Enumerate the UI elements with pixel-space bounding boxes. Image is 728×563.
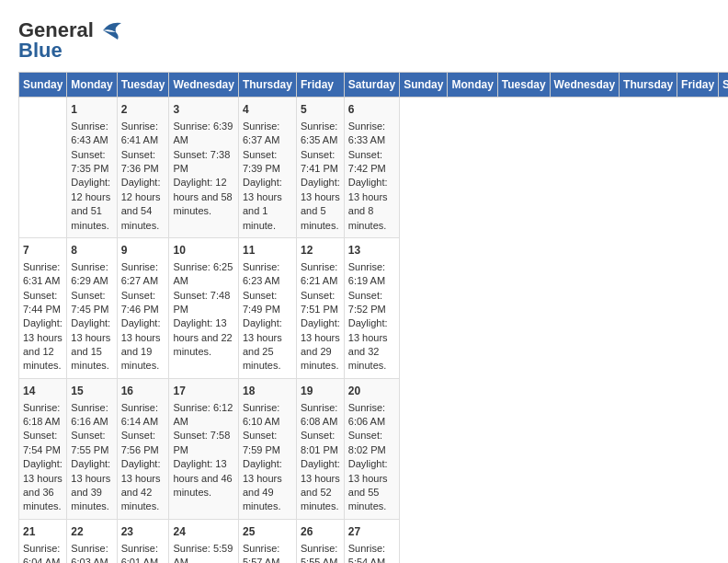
- sunrise-text: Sunrise: 6:37 AM: [243, 121, 279, 145]
- sunset-text: Sunset: 7:44 PM: [23, 290, 61, 315]
- day-number: 17: [173, 384, 233, 399]
- sunrise-text: Sunrise: 6:19 AM: [348, 261, 385, 286]
- day-number: 2: [121, 102, 165, 118]
- daylight-text: Daylight: 13 hours and 8 minutes.: [348, 177, 388, 230]
- calendar-cell: 6Sunrise: 6:33 AMSunset: 7:42 PMDaylight…: [344, 98, 399, 238]
- sunset-text: Sunset: 7:54 PM: [23, 430, 61, 454]
- calendar-table: SundayMondayTuesdayWednesdayThursdayFrid…: [18, 72, 728, 563]
- daylight-text: Daylight: 12 hours and 51 minutes.: [71, 177, 110, 230]
- calendar-cell: 25Sunrise: 5:57 AMSunset: 8:09 PMDayligh…: [238, 519, 296, 563]
- daylight-text: Daylight: 13 hours and 36 minutes.: [23, 458, 63, 511]
- col-header-sunday: Sunday: [400, 73, 448, 98]
- daylight-text: Daylight: 13 hours and 46 minutes.: [173, 458, 232, 498]
- sunrise-text: Sunrise: 6:23 AM: [243, 261, 279, 286]
- day-number: 15: [71, 384, 112, 399]
- sunset-text: Sunset: 8:01 PM: [301, 430, 338, 454]
- daylight-text: Daylight: 13 hours and 5 minutes.: [301, 177, 340, 230]
- sunrise-text: Sunrise: 6:06 AM: [348, 402, 385, 427]
- sunrise-text: Sunrise: 6:39 AM: [173, 121, 233, 145]
- sunset-text: Sunset: 7:45 PM: [71, 290, 108, 315]
- day-number: 5: [301, 102, 340, 118]
- day-number: 27: [348, 524, 395, 540]
- calendar-cell: 1Sunrise: 6:43 AMSunset: 7:35 PMDaylight…: [67, 98, 117, 238]
- daylight-text: Daylight: 13 hours and 29 minutes.: [301, 317, 340, 371]
- day-number: 11: [243, 243, 292, 259]
- sunrise-text: Sunrise: 5:57 AM: [243, 543, 279, 563]
- sunset-text: Sunset: 7:55 PM: [71, 430, 108, 454]
- day-number: 12: [301, 243, 340, 259]
- col-header-thursday: Thursday: [238, 73, 296, 98]
- week-row-4: 21Sunrise: 6:04 AMSunset: 8:04 PMDayligh…: [19, 519, 729, 563]
- day-number: 14: [23, 384, 63, 399]
- col-header-tuesday: Tuesday: [117, 73, 169, 98]
- sunrise-text: Sunrise: 6:21 AM: [301, 261, 337, 286]
- sunset-text: Sunset: 7:59 PM: [243, 430, 280, 454]
- week-row-1: 1Sunrise: 6:43 AMSunset: 7:35 PMDaylight…: [19, 98, 729, 238]
- calendar-cell: 8Sunrise: 6:29 AMSunset: 7:45 PMDaylight…: [67, 237, 117, 378]
- calendar-cell: 3Sunrise: 6:39 AMSunset: 7:38 PMDaylight…: [169, 98, 238, 238]
- day-number: 1: [71, 102, 112, 118]
- day-number: 25: [243, 524, 292, 540]
- sunrise-text: Sunrise: 6:03 AM: [71, 543, 108, 563]
- calendar-cell: 22Sunrise: 6:03 AMSunset: 8:05 PMDayligh…: [67, 519, 117, 563]
- sunset-text: Sunset: 7:46 PM: [121, 290, 159, 315]
- col-header-saturday: Saturday: [344, 73, 399, 98]
- col-header-tuesday: Tuesday: [497, 73, 550, 98]
- sunset-text: Sunset: 7:36 PM: [121, 149, 159, 174]
- sunset-text: Sunset: 7:52 PM: [348, 290, 386, 315]
- daylight-text: Daylight: 13 hours and 39 minutes.: [71, 458, 110, 511]
- calendar-cell: 10Sunrise: 6:25 AMSunset: 7:48 PMDayligh…: [169, 237, 238, 378]
- sunrise-text: Sunrise: 6:33 AM: [348, 121, 385, 145]
- calendar-cell: 15Sunrise: 6:16 AMSunset: 7:55 PMDayligh…: [67, 378, 117, 519]
- calendar-cell: 7Sunrise: 6:31 AMSunset: 7:44 PMDaylight…: [19, 237, 67, 378]
- day-number: 16: [121, 384, 165, 399]
- sunrise-text: Sunrise: 6:16 AM: [71, 402, 108, 427]
- calendar-cell: 14Sunrise: 6:18 AMSunset: 7:54 PMDayligh…: [19, 378, 67, 519]
- daylight-text: Daylight: 13 hours and 22 minutes.: [173, 317, 232, 357]
- sunrise-text: Sunrise: 6:10 AM: [243, 402, 279, 427]
- day-number: 10: [173, 243, 233, 259]
- daylight-text: Daylight: 13 hours and 49 minutes.: [243, 458, 282, 511]
- day-number: 13: [348, 243, 395, 259]
- calendar-cell: [19, 98, 67, 238]
- calendar-cell: 9Sunrise: 6:27 AMSunset: 7:46 PMDaylight…: [117, 237, 169, 378]
- daylight-text: Daylight: 13 hours and 12 minutes.: [23, 317, 63, 371]
- day-number: 4: [243, 102, 292, 118]
- day-number: 9: [121, 243, 165, 259]
- calendar-cell: 19Sunrise: 6:08 AMSunset: 8:01 PMDayligh…: [296, 378, 344, 519]
- sunrise-text: Sunrise: 6:25 AM: [173, 261, 233, 286]
- calendar-cell: 21Sunrise: 6:04 AMSunset: 8:04 PMDayligh…: [19, 519, 67, 563]
- sunset-text: Sunset: 7:41 PM: [301, 149, 338, 174]
- calendar-cell: 4Sunrise: 6:37 AMSunset: 7:39 PMDaylight…: [238, 98, 296, 238]
- sunrise-text: Sunrise: 6:41 AM: [121, 121, 158, 145]
- daylight-text: Daylight: 12 hours and 54 minutes.: [121, 177, 161, 230]
- sunrise-text: Sunrise: 6:12 AM: [173, 402, 233, 427]
- sunset-text: Sunset: 7:39 PM: [243, 149, 280, 174]
- sunset-text: Sunset: 7:49 PM: [243, 290, 280, 315]
- calendar-header-row: SundayMondayTuesdayWednesdayThursdayFrid…: [19, 73, 729, 98]
- day-number: 24: [173, 524, 233, 540]
- logo-bird-icon: [96, 19, 123, 41]
- calendar-cell: 13Sunrise: 6:19 AMSunset: 7:52 PMDayligh…: [344, 237, 399, 378]
- calendar-cell: 5Sunrise: 6:35 AMSunset: 7:41 PMDaylight…: [296, 98, 344, 238]
- sunset-text: Sunset: 7:35 PM: [71, 149, 108, 174]
- sunset-text: Sunset: 7:48 PM: [173, 290, 230, 315]
- day-number: 19: [301, 384, 340, 399]
- day-number: 7: [23, 243, 63, 259]
- daylight-text: Daylight: 13 hours and 55 minutes.: [348, 458, 388, 511]
- sunrise-text: Sunrise: 6:08 AM: [301, 402, 337, 427]
- sunset-text: Sunset: 7:38 PM: [173, 149, 230, 174]
- sunrise-text: Sunrise: 6:01 AM: [121, 543, 158, 563]
- col-header-thursday: Thursday: [620, 73, 677, 98]
- sunset-text: Sunset: 7:51 PM: [301, 290, 338, 315]
- day-number: 26: [301, 524, 340, 540]
- calendar-cell: 26Sunrise: 5:55 AMSunset: 8:11 PMDayligh…: [296, 519, 344, 563]
- day-number: 3: [173, 102, 233, 118]
- day-number: 20: [348, 384, 395, 399]
- sunrise-text: Sunrise: 6:04 AM: [23, 543, 60, 563]
- sunrise-text: Sunrise: 6:14 AM: [121, 402, 158, 427]
- col-header-monday: Monday: [67, 73, 117, 98]
- daylight-text: Daylight: 13 hours and 42 minutes.: [121, 458, 161, 511]
- col-header-wednesday: Wednesday: [169, 73, 238, 98]
- sunrise-text: Sunrise: 5:54 AM: [348, 543, 385, 563]
